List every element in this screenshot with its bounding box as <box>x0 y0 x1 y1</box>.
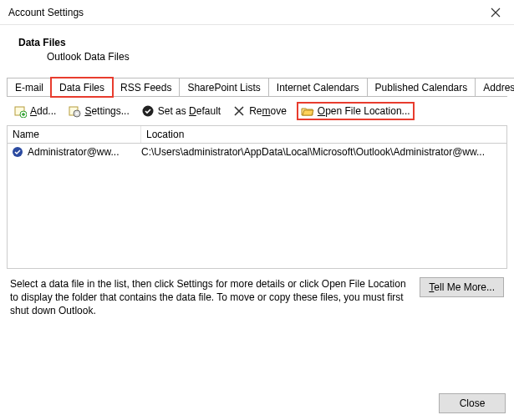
list-header: Name Location <box>7 125 507 144</box>
remove-button[interactable]: Remove <box>229 103 290 119</box>
header-title: Data Files <box>18 37 496 48</box>
header-subtitle: Outlook Data Files <box>18 51 496 63</box>
tell-me-more-button[interactable]: Tell Me More... <box>420 277 504 297</box>
row-name: Administrator@ww... <box>28 146 120 158</box>
settings-icon <box>68 104 81 118</box>
tab-data-files[interactable]: Data Files <box>51 78 113 97</box>
remove-label: Remove <box>249 105 287 117</box>
remove-icon <box>232 104 246 118</box>
tab-sharepoint[interactable]: SharePoint Lists <box>179 78 268 96</box>
info-text: Select a data file in the list, then cli… <box>10 277 411 318</box>
default-mark-icon <box>11 145 24 159</box>
info-area: Select a data file in the list, then cli… <box>7 269 507 318</box>
tab-strip: E-mail Data Files RSS Feeds SharePoint L… <box>7 78 507 97</box>
settings-label: Settings... <box>84 105 129 117</box>
list-body[interactable]: Administrator@ww... C:\Users\administrat… <box>7 144 507 269</box>
footer: Close <box>439 393 506 413</box>
tab-internet-calendars[interactable]: Internet Calendars <box>268 78 368 96</box>
window-title: Account Settings <box>8 7 476 18</box>
tab-published-calendars[interactable]: Published Calendars <box>367 78 476 96</box>
table-row[interactable]: Administrator@ww... C:\Users\administrat… <box>8 144 506 160</box>
column-location[interactable]: Location <box>141 126 506 143</box>
open-file-location-button[interactable]: Open File Location... <box>297 102 415 120</box>
column-name[interactable]: Name <box>8 126 141 143</box>
close-icon[interactable] <box>476 0 514 25</box>
tab-email[interactable]: E-mail <box>7 78 52 96</box>
titlebar: Account Settings <box>0 0 514 25</box>
check-icon <box>141 104 155 118</box>
close-button[interactable]: Close <box>439 393 506 413</box>
toolbar: Add... Settings... Set as Default Remove… <box>7 97 507 125</box>
set-default-button[interactable]: Set as Default <box>138 103 224 119</box>
add-label: Add... <box>30 105 56 117</box>
svg-point-4 <box>76 113 79 115</box>
tab-address-books[interactable]: Address Books <box>475 78 514 96</box>
settings-button[interactable]: Settings... <box>64 103 132 119</box>
add-icon <box>13 104 27 118</box>
open-file-location-label: Open File Location... <box>318 105 410 117</box>
header: Data Files Outlook Data Files <box>0 25 514 78</box>
add-button[interactable]: Add... <box>10 103 59 119</box>
folder-open-icon <box>301 104 314 118</box>
row-location: C:\Users\administrator\AppData\Local\Mic… <box>141 146 503 158</box>
set-default-label: Set as Default <box>158 105 221 117</box>
tab-rss[interactable]: RSS Feeds <box>112 78 180 96</box>
